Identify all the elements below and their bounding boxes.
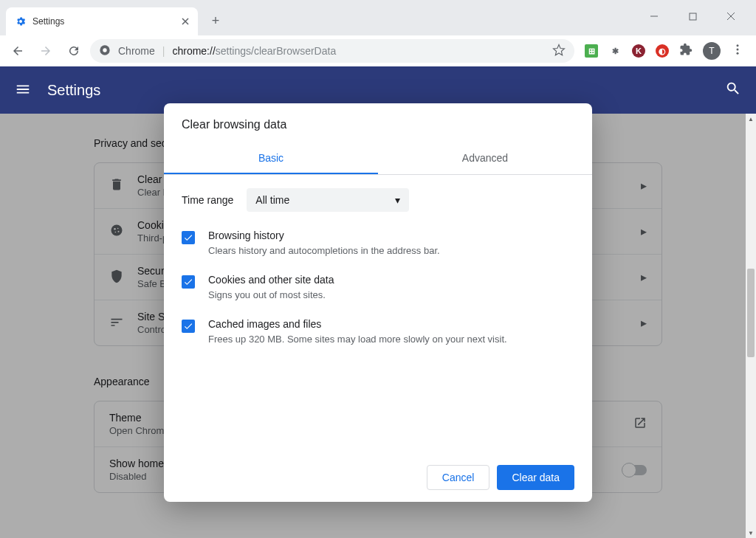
close-window-button[interactable] — [721, 6, 741, 27]
tab-basic[interactable]: Basic — [164, 143, 378, 174]
clear-data-button[interactable]: Clear data — [497, 465, 574, 490]
tab-title: Settings — [32, 16, 176, 27]
dialog-title: Clear browsing data — [164, 103, 592, 143]
svg-point-5 — [737, 52, 739, 55]
extensions-puzzle-icon[interactable] — [679, 43, 693, 59]
scroll-down-arrow[interactable]: ▼ — [746, 528, 756, 538]
time-range-label: Time range — [182, 194, 233, 206]
gear-icon — [15, 15, 27, 27]
extension-icon[interactable]: K — [632, 44, 645, 58]
dialog-tabs: Basic Advanced — [164, 143, 592, 175]
url-prefix: Chrome — [118, 45, 155, 57]
url-path: chrome://settings/clearBrowserData — [172, 45, 336, 57]
address-bar[interactable]: Chrome | chrome://settings/clearBrowserD… — [90, 39, 574, 63]
time-range-select[interactable]: All time ▾ — [247, 188, 409, 212]
browser-titlebar: Settings + — [0, 0, 756, 35]
reload-button[interactable] — [62, 39, 86, 63]
option-cached: Cached images and filesFrees up 320 MB. … — [182, 318, 574, 346]
tab-advanced[interactable]: Advanced — [378, 143, 592, 174]
browser-toolbar: Chrome | chrome://settings/clearBrowserD… — [0, 35, 756, 66]
option-browsing-history: Browsing historyClears history and autoc… — [182, 230, 574, 258]
checkbox-browsing-history[interactable] — [182, 231, 195, 244]
page-title: Settings — [47, 82, 100, 99]
search-icon[interactable] — [725, 80, 741, 100]
scroll-up-arrow[interactable]: ▲ — [746, 114, 756, 124]
page-scrollbar[interactable]: ▲ ▼ — [746, 114, 756, 538]
minimize-button[interactable] — [644, 6, 664, 27]
back-button[interactable] — [6, 39, 30, 63]
option-cookies: Cookies and other site dataSigns you out… — [182, 274, 574, 302]
window-controls — [644, 0, 756, 27]
extension-icon[interactable]: ✱ — [608, 44, 622, 58]
cancel-button[interactable]: Cancel — [427, 465, 490, 490]
menu-icon[interactable] — [15, 81, 32, 99]
url-separator: | — [162, 45, 165, 57]
svg-point-2 — [103, 48, 106, 52]
maximize-button[interactable] — [682, 6, 703, 27]
svg-point-4 — [737, 49, 739, 51]
bookmark-star-icon[interactable] — [552, 44, 566, 59]
svg-point-3 — [737, 44, 739, 46]
extension-icon[interactable]: ◐ — [656, 44, 669, 58]
site-info-icon[interactable] — [99, 44, 111, 58]
new-tab-button[interactable]: + — [205, 10, 226, 31]
forward-button[interactable] — [34, 39, 58, 63]
checkbox-cached[interactable] — [182, 320, 195, 333]
clear-browsing-data-dialog: Clear browsing data Basic Advanced Time … — [164, 103, 592, 502]
extension-icon[interactable]: ⊞ — [585, 44, 598, 58]
extension-icons: ⊞ ✱ K ◐ T — [579, 42, 750, 60]
chevron-down-icon: ▾ — [395, 194, 400, 206]
close-tab-icon[interactable] — [182, 15, 189, 28]
scroll-thumb[interactable] — [747, 269, 755, 357]
svg-rect-0 — [690, 13, 696, 20]
browser-menu-icon[interactable] — [731, 43, 744, 59]
checkbox-cookies[interactable] — [182, 275, 195, 289]
browser-tab[interactable]: Settings — [6, 7, 198, 35]
profile-avatar[interactable]: T — [703, 42, 721, 60]
